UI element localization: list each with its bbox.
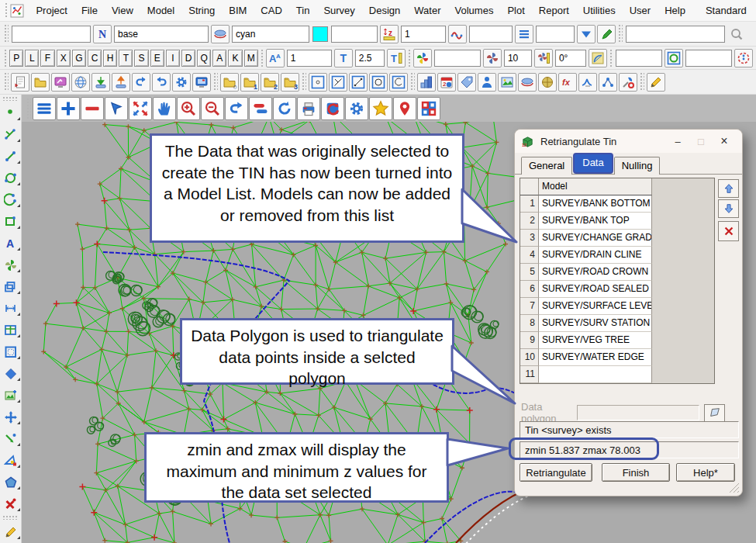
tab-general[interactable]: General <box>521 157 572 175</box>
circle-style-button[interactable] <box>665 49 683 67</box>
mode-button-k[interactable]: K <box>228 50 242 67</box>
model-cell[interactable]: SURVEY/SURV STATION <box>539 315 652 332</box>
text-style-button[interactable]: T <box>334 49 353 67</box>
menu-design[interactable]: Design <box>362 2 407 19</box>
menu-view[interactable]: View <box>105 2 140 19</box>
colour-swatch[interactable] <box>312 26 328 42</box>
tools-button[interactable] <box>619 73 637 92</box>
model-cell[interactable]: SURVEY/WATER EDGE <box>539 349 652 366</box>
toolbar-grip[interactable] <box>609 49 613 67</box>
menu-help[interactable]: Help <box>658 2 692 19</box>
mode-button-c[interactable]: C <box>88 50 102 67</box>
view-settings-button[interactable] <box>345 97 368 120</box>
table-row[interactable]: 8SURVEY/SURV STATION <box>520 315 714 332</box>
wings-button[interactable] <box>578 73 597 92</box>
tab-nulling[interactable]: Nulling <box>614 157 661 175</box>
angle-button[interactable] <box>589 49 607 67</box>
refresh-button[interactable] <box>273 97 296 120</box>
edit-screen-button[interactable] <box>51 73 70 92</box>
name-input[interactable] <box>114 26 209 43</box>
toolbar-grip[interactable] <box>2 96 19 101</box>
zoom-out-minus-button[interactable] <box>81 97 104 120</box>
pan-button[interactable] <box>153 97 176 120</box>
finish-button[interactable]: Finish <box>602 463 670 482</box>
toolbar-grip[interactable] <box>618 24 623 43</box>
menu-tin[interactable]: Tin <box>289 2 317 19</box>
create-point-button[interactable] <box>2 106 20 120</box>
help-button[interactable]: Help* <box>676 463 735 482</box>
zoom-in-plus-button[interactable] <box>57 97 80 120</box>
minimize-button[interactable]: – <box>666 136 689 147</box>
table-row[interactable]: 7SURVEY/SURFACE LEVEL <box>520 298 714 315</box>
model-cell[interactable]: SURVEY/DRAIN CLINE <box>539 247 652 264</box>
mode-button-q[interactable]: Q <box>197 50 211 67</box>
mode-button-p[interactable]: P <box>9 50 23 67</box>
menu-report[interactable]: Report <box>532 2 576 19</box>
table-row[interactable]: 4SURVEY/DRAIN CLINE <box>520 247 714 264</box>
mode-button-g[interactable]: G <box>72 50 86 67</box>
find-model-button[interactable]: ○ <box>220 73 239 92</box>
measure-button[interactable] <box>2 302 20 316</box>
parallel-button[interactable] <box>2 280 20 294</box>
table-row[interactable]: 5SURVEY/ROAD CROWN <box>520 264 714 281</box>
mode-button-m[interactable]: M <box>244 50 258 67</box>
menu-string[interactable]: String <box>181 2 222 19</box>
menu-model[interactable]: Model <box>140 2 181 19</box>
dropdown-button[interactable] <box>577 25 595 43</box>
symbol-button[interactable] <box>483 49 502 67</box>
data-polygon-pick-button[interactable] <box>704 404 725 422</box>
toolbar-grip[interactable] <box>4 72 9 92</box>
network-button[interactable] <box>599 73 617 92</box>
angle-input[interactable] <box>555 50 586 67</box>
pen-button[interactable] <box>597 25 616 43</box>
menu-project[interactable]: Project <box>29 2 74 19</box>
triangulate-button[interactable] <box>2 454 20 468</box>
font-size-button[interactable]: AA <box>266 49 285 67</box>
model-slot-2-button[interactable]: 2 <box>261 73 279 92</box>
menu-file[interactable]: File <box>74 2 105 19</box>
retriangulate-button[interactable]: Retriangulate <box>520 463 592 482</box>
resize-grip[interactable] <box>729 482 740 493</box>
mode-button-d[interactable]: D <box>181 50 195 67</box>
maximize-button[interactable]: □ <box>689 136 713 147</box>
snap-point-button[interactable] <box>309 73 327 92</box>
snap-arc-button[interactable] <box>389 73 408 92</box>
view-menu-button[interactable] <box>33 97 56 120</box>
calendar-button[interactable]: 2 <box>437 73 456 92</box>
mode-button-e[interactable]: E <box>150 50 164 67</box>
toolbar-grip[interactable] <box>302 72 306 92</box>
plot-button[interactable] <box>297 97 320 120</box>
toolbar-grip[interactable] <box>2 515 19 520</box>
z-value-button[interactable]: z <box>380 25 399 43</box>
z-value-input[interactable] <box>401 26 446 43</box>
image-button[interactable] <box>498 73 516 92</box>
share-button[interactable] <box>71 73 90 92</box>
create-rectangle-button[interactable] <box>2 215 20 229</box>
menu-bim[interactable]: BIM <box>222 2 254 19</box>
mode-button-t[interactable]: T <box>119 50 133 67</box>
model-cell[interactable]: SURVEY/ROAD SEALED <box>539 281 652 298</box>
zoom-out-button[interactable] <box>201 97 224 120</box>
snap-intersection-button[interactable] <box>329 73 347 92</box>
quick-entry-input[interactable] <box>12 26 91 43</box>
symbol-colour-button[interactable] <box>413 49 432 67</box>
settings-button[interactable] <box>172 73 191 92</box>
tinability-button[interactable] <box>448 25 467 43</box>
redo-button[interactable] <box>152 73 171 92</box>
table-row[interactable]: 9SURVEY/VEG TREE <box>520 332 714 349</box>
text-height-input[interactable] <box>355 50 385 67</box>
arrange-views-button[interactable] <box>417 97 440 120</box>
dialog-title-bar[interactable]: 12 Retriangulate Tin – □ × <box>515 130 742 153</box>
snap-cursor-button[interactable] <box>2 128 20 142</box>
fit-view-button[interactable] <box>105 97 128 120</box>
model-layers-button[interactable] <box>211 25 230 43</box>
menu-survey[interactable]: Survey <box>316 2 361 19</box>
close-button[interactable]: × <box>713 134 736 148</box>
menu-utilities[interactable]: Utilities <box>576 2 623 19</box>
toolbar-grip[interactable] <box>640 72 644 92</box>
model-cell[interactable]: SURVEY/BANK BOTTOM <box>539 195 652 213</box>
user-tools-button[interactable] <box>478 73 496 92</box>
create-circle-button[interactable] <box>2 171 20 185</box>
symbol-size-input[interactable] <box>504 50 532 67</box>
menu-user[interactable]: User <box>623 2 658 19</box>
